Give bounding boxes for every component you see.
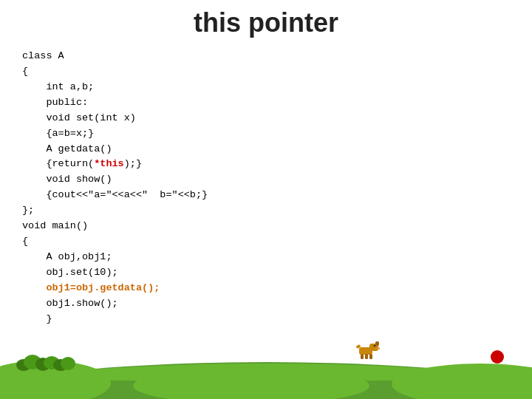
ground-svg bbox=[0, 340, 532, 399]
svg-rect-18 bbox=[361, 354, 364, 359]
highlight-this: *this bbox=[94, 158, 124, 169]
code-line-12: void main() bbox=[22, 219, 510, 234]
svg-point-11 bbox=[61, 357, 75, 370]
code-line-7: A getdata() bbox=[22, 142, 510, 157]
code-line-13: { bbox=[22, 234, 510, 250]
code-line-6: {a=b=x;} bbox=[22, 126, 510, 142]
code-line-3: int a,b; bbox=[22, 80, 510, 95]
code-line-1: class A bbox=[22, 49, 510, 64]
code-line-18: } bbox=[22, 312, 510, 327]
svg-point-16 bbox=[374, 345, 375, 347]
dog-sprite bbox=[353, 340, 380, 361]
code-line-4: public: bbox=[22, 95, 510, 111]
page-title: this pointer bbox=[0, 0, 532, 43]
code-line-5: void set(int x) bbox=[22, 111, 510, 126]
svg-rect-19 bbox=[365, 354, 368, 359]
bush-left bbox=[16, 355, 75, 371]
svg-rect-15 bbox=[377, 347, 380, 349]
code-line-15: obj.set(10); bbox=[22, 265, 510, 281]
code-line-10: {cout<<"a="<<a<<" b="<<b;} bbox=[22, 188, 510, 203]
svg-rect-14 bbox=[375, 341, 379, 346]
code-line-2: { bbox=[22, 64, 510, 80]
code-block: class A { int a,b; public: void set(int … bbox=[0, 43, 532, 327]
code-line-11: }; bbox=[22, 203, 510, 219]
code-line-9: void show() bbox=[22, 172, 510, 188]
ground-landscape bbox=[0, 340, 532, 399]
code-line-14: A obj,obj1; bbox=[22, 250, 510, 265]
code-line-17: obj1.show(); bbox=[22, 296, 510, 312]
highlight-getdata: obj1=obj.getdata(); bbox=[46, 282, 160, 293]
code-line-16: obj1=obj.getdata(); bbox=[22, 281, 510, 296]
svg-rect-20 bbox=[369, 354, 372, 359]
code-line-8: {return(*this);} bbox=[22, 157, 510, 172]
red-ball bbox=[491, 350, 504, 364]
